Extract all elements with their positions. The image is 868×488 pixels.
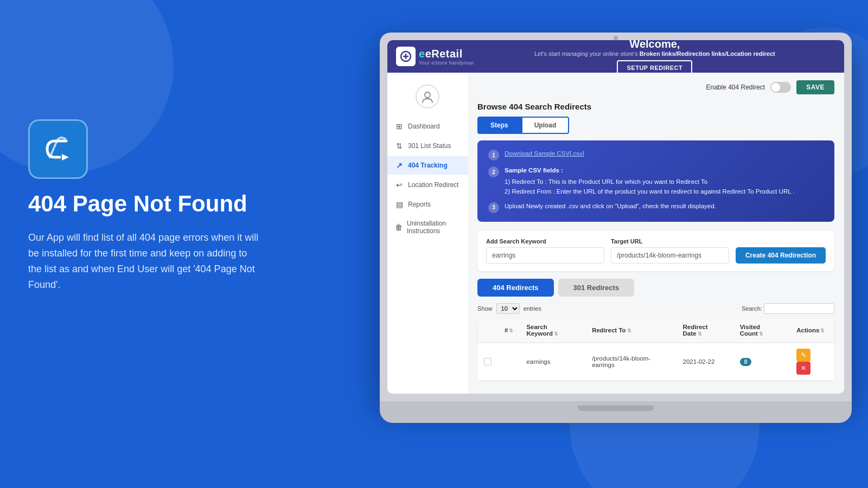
main-content: Enable 404 Redirect SAVE Browse 404 Sear… <box>468 73 844 394</box>
sidebar-label-dashboard: Dashboard <box>408 123 440 130</box>
col-num: #⇅ <box>498 318 520 343</box>
target-url-label: Target URL <box>611 238 729 245</box>
table-search-input[interactable] <box>764 303 834 314</box>
row-checkbox[interactable] <box>484 358 492 365</box>
step-num-3: 3 <box>488 202 499 213</box>
download-csv-link[interactable]: Download Sample CSV[.csv] <box>505 150 584 157</box>
svg-point-1 <box>425 92 430 98</box>
logo-text: eeRetail <box>419 48 474 60</box>
location-redirect-icon: ↩ <box>395 181 404 189</box>
step-num-2: 2 <box>488 166 499 177</box>
row-count: 0 <box>733 343 790 381</box>
show-entries-group: Show 10 25 50 entries <box>477 303 541 314</box>
app-icon-box <box>28 119 88 179</box>
step2-label: Sample CSV fields : <box>505 166 795 175</box>
sidebar-label-404: 404 Tracking <box>408 162 448 169</box>
tab-upload[interactable]: Upload <box>521 117 570 134</box>
info-box: 1 Download Sample CSV[.csv] 2 Sample CSV… <box>477 140 834 222</box>
save-button[interactable]: SAVE <box>796 80 834 94</box>
laptop-screen: eeRetail Your eStore handyman Welcome, L… <box>387 40 844 394</box>
dashboard-icon: ⊞ <box>395 122 404 131</box>
header-welcome: Welcome, <box>474 40 835 50</box>
left-description: Our App will find list of all 404 page e… <box>28 230 261 292</box>
sidebar-label-location: Location Redirect <box>408 181 458 189</box>
uninstall-icon: 🗑 <box>395 223 403 232</box>
row-date: 2021-02-22 <box>676 343 733 381</box>
app-logo: eeRetail Your eStore handyman <box>396 47 474 66</box>
step-num-1: 1 <box>488 150 499 160</box>
col-checkbox <box>477 318 498 343</box>
sidebar-item-301-list-status[interactable]: ⇅ 301 List Status <box>387 137 468 155</box>
redirect-icon <box>39 130 77 168</box>
tracking-icon: ↗ <box>395 161 404 170</box>
form-row: Add Search Keyword Target URL Create 404… <box>477 230 834 271</box>
target-url-group: Target URL <box>611 238 729 264</box>
show-label: Show <box>477 305 493 312</box>
avatar <box>416 85 439 108</box>
step2-line1: 1) Redirect To : This is the Product URL… <box>505 177 795 187</box>
table-controls: Show 10 25 50 entries Search: <box>477 303 834 314</box>
row-redirect-to: /products/14k-bloom-earrings <box>585 343 676 381</box>
reports-icon: ▤ <box>395 200 404 209</box>
sidebar-item-dashboard[interactable]: ⊞ Dashboard <box>387 117 468 136</box>
laptop-notch <box>614 36 618 40</box>
sidebar: ⊞ Dashboard ⇅ 301 List Status ↗ 404 Trac… <box>387 73 468 394</box>
sidebar-label-301: 301 List Status <box>408 142 451 150</box>
target-url-input[interactable] <box>611 247 729 264</box>
sidebar-item-404-tracking[interactable]: ↗ 404 Tracking <box>387 156 468 175</box>
visited-count-badge: 0 <box>740 358 752 366</box>
sidebar-item-uninstall[interactable]: 🗑 Uninstallation Instructions <box>387 215 468 240</box>
tab-steps[interactable]: Steps <box>477 117 521 134</box>
left-panel: 404 Page Not Found Our App will find lis… <box>28 119 261 292</box>
laptop-base <box>380 401 852 423</box>
enable-404-toggle[interactable] <box>770 82 791 93</box>
app-body: ⊞ Dashboard ⇅ 301 List Status ↗ 404 Trac… <box>387 73 844 394</box>
step3-text: Upload Newly created .csv and click on "… <box>505 202 716 211</box>
app-header: eeRetail Your eStore handyman Welcome, L… <box>387 40 844 73</box>
col-date: Redirect Date⇅ <box>676 318 733 343</box>
search-label: Search: <box>742 305 762 312</box>
logo-subtext: Your eStore handyman <box>419 60 474 66</box>
entries-select[interactable]: 10 25 50 <box>496 303 520 314</box>
search-group: Search: <box>742 303 834 314</box>
info-step-3: 3 Upload Newly created .csv and click on… <box>488 202 824 213</box>
header-subtitle: Let's start managing your online store's… <box>474 50 835 57</box>
create-redirection-button[interactable]: Create 404 Redirection <box>736 247 826 264</box>
col-redirect-to: Redirect To⇅ <box>585 318 676 343</box>
col-keyword: Search Keyword⇅ <box>520 318 585 343</box>
step2-line2: 2) Redirect From : Enter the URL of the … <box>505 187 795 196</box>
redirect-tabs: 404 Redirects 301 Redirects <box>477 279 834 297</box>
info-step-1: 1 Download Sample CSV[.csv] <box>488 149 824 160</box>
table-row: earnings /products/14k-bloom-earrings 20… <box>477 343 834 381</box>
sidebar-item-location-redirect[interactable]: ↩ Location Redirect <box>387 176 468 194</box>
delete-button[interactable]: ✕ <box>796 362 810 375</box>
laptop-body: eeRetail Your eStore handyman Welcome, L… <box>380 33 852 401</box>
col-actions: Actions⇅ <box>790 318 834 343</box>
browse-title: Browse 404 Search Redirects <box>477 102 834 111</box>
header-center: Welcome, Let's start managing your onlin… <box>474 40 835 75</box>
row-keyword: earnings <box>520 343 585 381</box>
enable-404-label: Enable 404 Redirect <box>706 84 765 91</box>
laptop-frame: eeRetail Your eStore handyman Welcome, L… <box>380 33 852 423</box>
row-actions: ✎ ✕ <box>790 343 834 381</box>
sidebar-item-reports[interactable]: ▤ Reports <box>387 195 468 214</box>
sidebar-label-reports: Reports <box>408 201 431 208</box>
entries-label: entries <box>524 305 541 312</box>
left-title: 404 Page Not Found <box>28 191 261 217</box>
search-keyword-input[interactable] <box>486 247 604 264</box>
logo-text-group: eeRetail Your eStore handyman <box>419 48 474 66</box>
edit-button[interactable]: ✎ <box>796 349 810 362</box>
redirects-table: #⇅ Search Keyword⇅ Redirect To⇅ Redirect… <box>477 318 834 381</box>
tab-row: Steps Upload <box>477 117 834 134</box>
sidebar-label-uninstall: Uninstallation Instructions <box>407 220 460 235</box>
logo-icon <box>396 47 416 66</box>
row-num <box>498 343 520 381</box>
tab-404-redirects[interactable]: 404 Redirects <box>477 279 554 297</box>
keyword-label: Add Search Keyword <box>486 238 604 245</box>
list-status-icon: ⇅ <box>395 142 404 150</box>
top-bar: Enable 404 Redirect SAVE <box>477 80 834 94</box>
info-step-2: 2 Sample CSV fields : 1) Redirect To : T… <box>488 166 824 196</box>
tab-301-redirects[interactable]: 301 Redirects <box>558 279 635 297</box>
col-count: Visited Count⇅ <box>733 318 790 343</box>
keyword-group: Add Search Keyword <box>486 238 604 264</box>
